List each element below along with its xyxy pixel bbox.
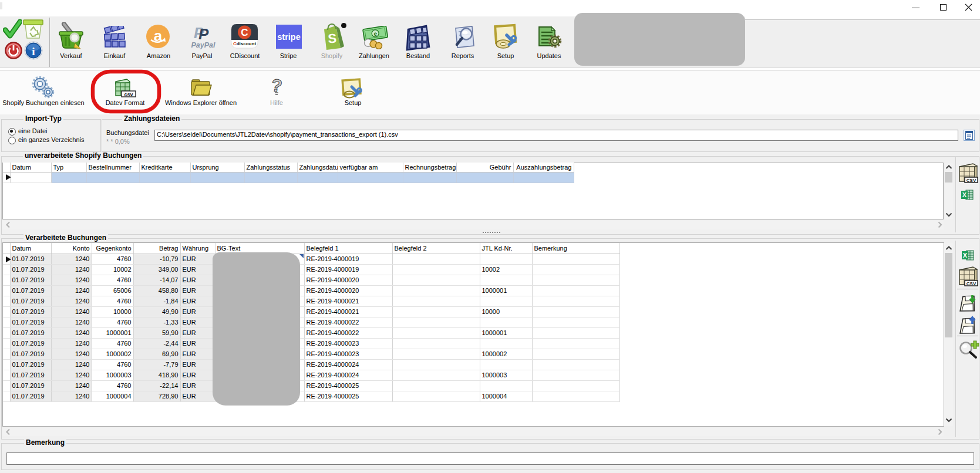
- svg-text:CSV: CSV: [966, 281, 976, 286]
- svg-text:C: C: [241, 27, 248, 38]
- svg-text:stripe: stripe: [277, 32, 301, 42]
- svg-text:P: P: [198, 25, 209, 43]
- svg-text:S: S: [328, 31, 337, 46]
- svg-text:PayPal: PayPal: [191, 41, 215, 49]
- svg-text:Cdiscount: Cdiscount: [233, 41, 256, 46]
- svg-text:CSV: CSV: [966, 178, 976, 183]
- svg-text:X: X: [963, 252, 968, 259]
- svg-text:X: X: [962, 191, 967, 198]
